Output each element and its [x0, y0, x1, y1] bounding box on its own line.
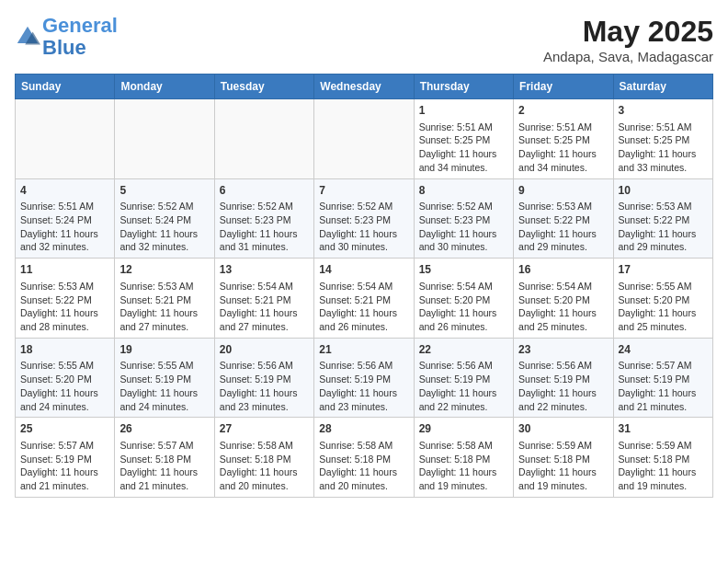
day-info: Sunrise: 5:57 AM Sunset: 5:19 PM Dayligh… [20, 439, 109, 493]
calendar-cell: 21Sunrise: 5:56 AM Sunset: 5:19 PM Dayli… [314, 338, 414, 418]
calendar-cell: 7Sunrise: 5:52 AM Sunset: 5:23 PM Daylig… [314, 178, 414, 259]
day-info: Sunrise: 5:54 AM Sunset: 5:20 PM Dayligh… [419, 280, 508, 334]
day-info: Sunrise: 5:51 AM Sunset: 5:24 PM Dayligh… [20, 200, 109, 254]
calendar-cell: 25Sunrise: 5:57 AM Sunset: 5:19 PM Dayli… [16, 418, 115, 498]
day-number: 17 [619, 262, 708, 278]
calendar-header: SundayMondayTuesdayWednesdayThursdayFrid… [16, 75, 713, 99]
title-block: May 2025 Andapa, Sava, Madagascar [543, 15, 713, 64]
month-title: May 2025 [543, 15, 713, 49]
day-info: Sunrise: 5:56 AM Sunset: 5:19 PM Dayligh… [518, 359, 608, 413]
logo-general: General [42, 14, 118, 37]
day-number: 13 [220, 262, 309, 278]
location: Andapa, Sava, Madagascar [543, 49, 713, 64]
day-number: 6 [220, 183, 309, 199]
day-info: Sunrise: 5:54 AM Sunset: 5:21 PM Dayligh… [319, 280, 408, 334]
calendar-week-4: 18Sunrise: 5:55 AM Sunset: 5:20 PM Dayli… [16, 338, 713, 418]
day-number: 29 [419, 421, 508, 437]
calendar-week-2: 4Sunrise: 5:51 AM Sunset: 5:24 PM Daylig… [16, 178, 713, 259]
day-number: 30 [518, 421, 608, 437]
calendar-cell [16, 99, 115, 179]
day-number: 19 [119, 342, 209, 358]
calendar-cell: 8Sunrise: 5:52 AM Sunset: 5:23 PM Daylig… [414, 178, 513, 259]
calendar-week-5: 25Sunrise: 5:57 AM Sunset: 5:19 PM Dayli… [16, 418, 713, 498]
day-number: 27 [220, 421, 309, 437]
day-info: Sunrise: 5:51 AM Sunset: 5:25 PM Dayligh… [419, 121, 508, 175]
day-info: Sunrise: 5:51 AM Sunset: 5:25 PM Dayligh… [518, 121, 608, 175]
day-info: Sunrise: 5:53 AM Sunset: 5:22 PM Dayligh… [619, 200, 708, 254]
calendar-table: SundayMondayTuesdayWednesdayThursdayFrid… [15, 74, 713, 498]
weekday-header-saturday: Saturday [613, 75, 712, 99]
day-info: Sunrise: 5:52 AM Sunset: 5:23 PM Dayligh… [419, 200, 508, 254]
calendar-cell: 6Sunrise: 5:52 AM Sunset: 5:23 PM Daylig… [214, 178, 313, 259]
day-number: 2 [518, 103, 608, 119]
day-number: 12 [119, 262, 209, 278]
day-number: 15 [419, 262, 508, 278]
calendar-cell: 19Sunrise: 5:55 AM Sunset: 5:19 PM Dayli… [115, 338, 214, 418]
calendar-cell: 14Sunrise: 5:54 AM Sunset: 5:21 PM Dayli… [314, 259, 414, 339]
header-row: SundayMondayTuesdayWednesdayThursdayFrid… [16, 75, 713, 99]
day-info: Sunrise: 5:53 AM Sunset: 5:22 PM Dayligh… [518, 200, 608, 254]
calendar-cell: 11Sunrise: 5:53 AM Sunset: 5:22 PM Dayli… [16, 259, 115, 339]
day-info: Sunrise: 5:55 AM Sunset: 5:20 PM Dayligh… [20, 359, 109, 413]
calendar-cell: 18Sunrise: 5:55 AM Sunset: 5:20 PM Dayli… [16, 338, 115, 418]
day-info: Sunrise: 5:58 AM Sunset: 5:18 PM Dayligh… [319, 439, 408, 493]
day-info: Sunrise: 5:58 AM Sunset: 5:18 PM Dayligh… [220, 439, 309, 493]
calendar-cell: 5Sunrise: 5:52 AM Sunset: 5:24 PM Daylig… [115, 178, 214, 259]
day-info: Sunrise: 5:55 AM Sunset: 5:20 PM Dayligh… [619, 280, 708, 334]
calendar-cell [214, 99, 313, 179]
day-number: 26 [119, 421, 209, 437]
day-number: 24 [619, 342, 708, 358]
calendar-cell: 1Sunrise: 5:51 AM Sunset: 5:25 PM Daylig… [414, 99, 513, 179]
logo-icon [15, 24, 40, 50]
calendar-cell: 22Sunrise: 5:56 AM Sunset: 5:19 PM Dayli… [414, 338, 513, 418]
day-info: Sunrise: 5:56 AM Sunset: 5:19 PM Dayligh… [419, 359, 508, 413]
day-number: 25 [20, 421, 109, 437]
day-info: Sunrise: 5:53 AM Sunset: 5:22 PM Dayligh… [20, 280, 109, 334]
day-info: Sunrise: 5:52 AM Sunset: 5:23 PM Dayligh… [319, 200, 408, 254]
calendar-cell: 4Sunrise: 5:51 AM Sunset: 5:24 PM Daylig… [16, 178, 115, 259]
day-number: 16 [518, 262, 608, 278]
day-info: Sunrise: 5:56 AM Sunset: 5:19 PM Dayligh… [220, 359, 309, 413]
calendar-cell: 2Sunrise: 5:51 AM Sunset: 5:25 PM Daylig… [514, 99, 613, 179]
calendar-week-3: 11Sunrise: 5:53 AM Sunset: 5:22 PM Dayli… [16, 259, 713, 339]
calendar-cell: 31Sunrise: 5:59 AM Sunset: 5:18 PM Dayli… [613, 418, 712, 498]
calendar-cell: 27Sunrise: 5:58 AM Sunset: 5:18 PM Dayli… [214, 418, 313, 498]
day-number: 23 [518, 342, 608, 358]
calendar-body: 1Sunrise: 5:51 AM Sunset: 5:25 PM Daylig… [16, 99, 713, 498]
day-info: Sunrise: 5:52 AM Sunset: 5:24 PM Dayligh… [119, 200, 209, 254]
weekday-header-monday: Monday [115, 75, 214, 99]
calendar-cell: 9Sunrise: 5:53 AM Sunset: 5:22 PM Daylig… [514, 178, 613, 259]
logo: General Blue [15, 15, 118, 59]
calendar-cell: 29Sunrise: 5:58 AM Sunset: 5:18 PM Dayli… [414, 418, 513, 498]
day-info: Sunrise: 5:54 AM Sunset: 5:21 PM Dayligh… [220, 280, 309, 334]
calendar-cell: 10Sunrise: 5:53 AM Sunset: 5:22 PM Dayli… [613, 178, 712, 259]
calendar-cell: 24Sunrise: 5:57 AM Sunset: 5:19 PM Dayli… [613, 338, 712, 418]
day-number: 20 [220, 342, 309, 358]
day-number: 31 [619, 421, 708, 437]
day-number: 18 [20, 342, 109, 358]
day-number: 5 [119, 183, 209, 199]
day-number: 28 [319, 421, 408, 437]
day-number: 1 [419, 103, 508, 119]
calendar-week-1: 1Sunrise: 5:51 AM Sunset: 5:25 PM Daylig… [16, 99, 713, 179]
day-info: Sunrise: 5:54 AM Sunset: 5:20 PM Dayligh… [518, 280, 608, 334]
day-number: 9 [518, 183, 608, 199]
calendar-cell: 13Sunrise: 5:54 AM Sunset: 5:21 PM Dayli… [214, 259, 313, 339]
day-number: 21 [319, 342, 408, 358]
calendar-cell: 28Sunrise: 5:58 AM Sunset: 5:18 PM Dayli… [314, 418, 414, 498]
day-info: Sunrise: 5:55 AM Sunset: 5:19 PM Dayligh… [119, 359, 209, 413]
calendar-cell: 12Sunrise: 5:53 AM Sunset: 5:21 PM Dayli… [115, 259, 214, 339]
day-info: Sunrise: 5:57 AM Sunset: 5:18 PM Dayligh… [119, 439, 209, 493]
day-info: Sunrise: 5:59 AM Sunset: 5:18 PM Dayligh… [518, 439, 608, 493]
day-number: 4 [20, 183, 109, 199]
calendar-cell [314, 99, 414, 179]
calendar-cell [115, 99, 214, 179]
day-info: Sunrise: 5:59 AM Sunset: 5:18 PM Dayligh… [619, 439, 708, 493]
weekday-header-thursday: Thursday [414, 75, 513, 99]
calendar-cell: 20Sunrise: 5:56 AM Sunset: 5:19 PM Dayli… [214, 338, 313, 418]
day-info: Sunrise: 5:56 AM Sunset: 5:19 PM Dayligh… [319, 359, 408, 413]
day-info: Sunrise: 5:53 AM Sunset: 5:21 PM Dayligh… [119, 280, 209, 334]
day-info: Sunrise: 5:52 AM Sunset: 5:23 PM Dayligh… [220, 200, 309, 254]
day-number: 8 [419, 183, 508, 199]
weekday-header-wednesday: Wednesday [314, 75, 414, 99]
